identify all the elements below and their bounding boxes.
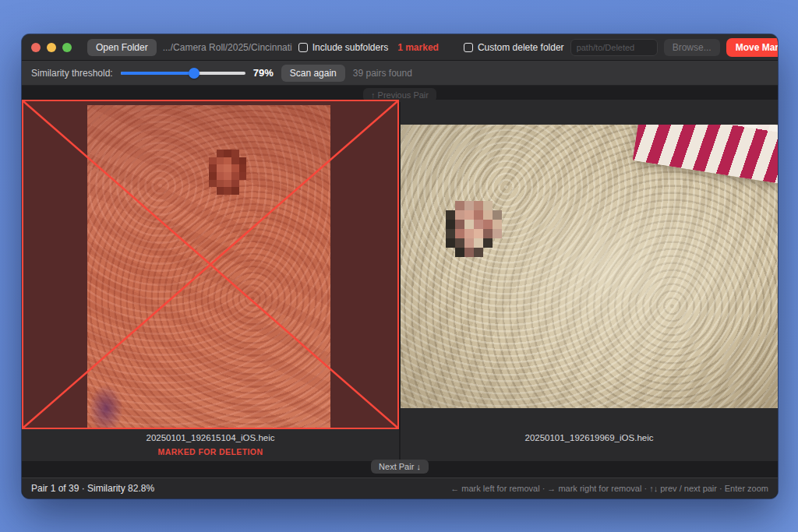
- titlebar: Open Folder .../Camera Roll/2025/Cincinn…: [22, 34, 778, 61]
- open-folder-button[interactable]: Open Folder: [87, 39, 157, 56]
- scan-again-button[interactable]: Scan again: [281, 65, 345, 82]
- similarity-threshold-slider[interactable]: [121, 68, 245, 79]
- photo-panels: 20250101_192615104_iOS.heic MARKED FOR D…: [22, 100, 778, 461]
- folder-path: .../Camera Roll/2025/Cincinnati: [163, 42, 292, 53]
- browse-button[interactable]: Browse...: [664, 39, 720, 56]
- custom-delete-folder-checkbox-group[interactable]: Custom delete folder: [464, 42, 564, 53]
- include-subfolders-checkbox[interactable]: [298, 43, 308, 52]
- pairs-found-label: 39 pairs found: [353, 68, 412, 79]
- marked-count-badge: 1 marked: [397, 42, 439, 53]
- left-photo-panel[interactable]: 20250101_192615104_iOS.heic MARKED FOR D…: [22, 100, 399, 461]
- right-photo[interactable]: [401, 125, 778, 408]
- close-window-button[interactable]: [31, 43, 41, 52]
- slider-fill: [121, 72, 194, 75]
- delete-folder-path-input[interactable]: [570, 39, 658, 56]
- next-pair-button[interactable]: Next Pair ↓: [371, 460, 429, 474]
- right-photo-panel[interactable]: 20250101_192619969_iOS.heic: [401, 100, 778, 461]
- pixelated-face-right: [446, 201, 511, 257]
- red-x-icon: [23, 101, 397, 428]
- comparison-area: ↑ Previous Pair: [22, 86, 778, 499]
- left-filename: 20250101_192615104_iOS.heic: [22, 433, 399, 442]
- pair-info: Pair 1 of 39 · Similarity 82.8%: [31, 483, 154, 494]
- keyboard-shortcut-hints: ← mark left for removal · → mark right f…: [450, 484, 768, 493]
- deletion-mark-overlay: [22, 100, 399, 429]
- statusbar: Pair 1 of 39 · Similarity 82.8% ← mark l…: [22, 477, 778, 499]
- right-filename: 20250101_192619969_iOS.heic: [401, 433, 778, 442]
- include-subfolders-checkbox-group[interactable]: Include subfolders: [298, 42, 388, 53]
- minimize-window-button[interactable]: [47, 43, 56, 52]
- window-controls: [31, 43, 72, 52]
- move-marked-photos-button[interactable]: Move Marked Photos →: [726, 38, 778, 57]
- slider-thumb[interactable]: [189, 68, 200, 79]
- include-subfolders-label: Include subfolders: [312, 42, 388, 53]
- threshold-toolbar: Similarity threshold: 79% Scan again 39 …: [22, 61, 778, 86]
- custom-delete-folder-label: Custom delete folder: [478, 42, 564, 53]
- left-marked-status: MARKED FOR DELETION: [22, 447, 399, 456]
- similarity-threshold-label: Similarity threshold:: [31, 68, 113, 79]
- custom-delete-folder-checkbox[interactable]: [464, 43, 473, 52]
- threshold-value: 79%: [253, 67, 274, 79]
- striped-towel-detail: [632, 125, 778, 185]
- zoom-window-button[interactable]: [62, 43, 72, 52]
- app-window: Open Folder .../Camera Roll/2025/Cincinn…: [22, 34, 778, 499]
